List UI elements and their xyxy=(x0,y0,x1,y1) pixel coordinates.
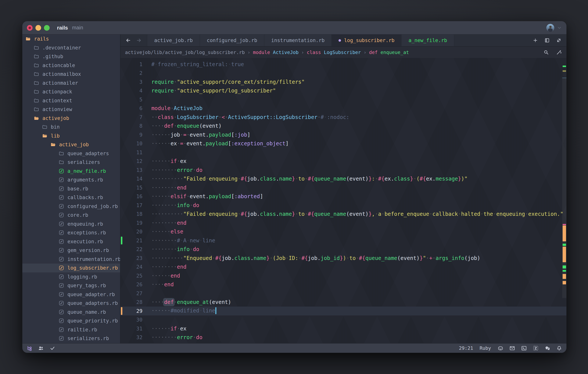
code-line-12[interactable]: 12······if·ex xyxy=(120,157,567,166)
line-number[interactable]: 30 xyxy=(120,317,142,323)
line-number[interactable]: 32 xyxy=(120,334,142,340)
code-line-15[interactable]: 15········end xyxy=(120,183,567,192)
file-tree-item-actionview[interactable]: actionview xyxy=(22,105,120,114)
breadcrumb-symbol[interactable]: def enqueue_at xyxy=(369,50,409,55)
line-number[interactable]: 21 xyxy=(120,238,142,244)
copilot-icon[interactable] xyxy=(497,345,504,351)
collaboration-icon[interactable] xyxy=(38,345,44,351)
line-number[interactable]: 19 xyxy=(120,220,142,226)
code-line-25[interactable]: 25······end xyxy=(120,271,567,280)
line-number[interactable]: 8 xyxy=(120,123,142,129)
file-tree-item-actiontext[interactable]: actiontext xyxy=(22,96,120,105)
window-close-button[interactable] xyxy=(27,25,32,31)
code-line-28[interactable]: 28····def·enqueue_at(event) xyxy=(120,298,567,307)
code-line-18[interactable]: 18··········"Failed·enqueuing·#{job.clas… xyxy=(120,210,567,219)
code-line-22[interactable]: 22········info·do xyxy=(120,245,567,254)
line-number[interactable]: 12 xyxy=(120,158,142,164)
file-tree-item-queue-priority-rb[interactable]: queue_priority.rb xyxy=(22,316,120,325)
file-tree-item-core-rb[interactable]: core.rb xyxy=(22,211,120,220)
code-line-2[interactable]: 2 xyxy=(120,69,567,78)
line-number[interactable]: 26 xyxy=(120,282,142,288)
scrollbar-thumb[interactable] xyxy=(562,78,567,298)
split-pane-icon[interactable] xyxy=(545,38,550,43)
nav-back-icon[interactable] xyxy=(126,38,131,43)
line-number[interactable]: 25 xyxy=(120,273,142,279)
file-tree-item-queue-adapters[interactable]: queue_adapters xyxy=(22,149,120,158)
line-number[interactable]: 2 xyxy=(120,70,142,76)
terminal-icon[interactable] xyxy=(521,345,527,351)
file-tree-item-queue-adapters-rb[interactable]: queue_adapters.rb xyxy=(22,299,120,308)
file-tree-item-actionmailbox[interactable]: actionmailbox xyxy=(22,70,120,79)
magic-wand-icon[interactable] xyxy=(556,49,562,55)
code-line-21[interactable]: 21········#·A·new·line xyxy=(120,236,567,245)
file-tree-item-configured-job-rb[interactable]: configured_job.rb xyxy=(22,202,120,211)
code-line-27[interactable]: 27 xyxy=(120,289,567,298)
diagnostics-check-icon[interactable] xyxy=(50,345,55,351)
file-tree-item-exceptions-rb[interactable]: exceptions.rb xyxy=(22,228,120,237)
file-tree-item-base-rb[interactable]: base.rb xyxy=(22,184,120,193)
code-line-30[interactable]: 30 xyxy=(120,315,567,324)
search-icon[interactable] xyxy=(543,49,549,55)
code-line-29[interactable]: 29······#modified·line xyxy=(120,307,567,315)
breadcrumb-file-path[interactable]: activejob/lib/active_job/log_subscriber.… xyxy=(125,50,245,55)
file-tree-item-serializers-rb[interactable]: serializers.rb xyxy=(22,334,120,343)
code-line-8[interactable]: 8····def·enqueue(event) xyxy=(120,122,567,130)
line-number[interactable]: 20 xyxy=(120,229,142,235)
language-selector[interactable]: Ruby xyxy=(480,345,491,351)
code-line-11[interactable]: 11 xyxy=(120,148,567,157)
line-number[interactable]: 27 xyxy=(120,290,142,296)
tab-log-subscriber-rb[interactable]: log_subscriber.rb xyxy=(332,34,402,46)
line-number[interactable]: 10 xyxy=(120,140,142,147)
expand-diagonal-icon[interactable] xyxy=(556,38,561,43)
file-tree-item--github[interactable]: .github xyxy=(22,52,120,61)
file-tree-item-a-new-file-rb[interactable]: a_new_file.rb xyxy=(22,167,120,176)
line-number[interactable]: 5 xyxy=(120,97,142,103)
feedback-mail-icon[interactable] xyxy=(509,345,515,351)
file-tree-item-log-subscriber-rb[interactable]: log_subscriber.rb xyxy=(22,264,120,272)
line-number[interactable]: 1 xyxy=(120,61,142,67)
code-line-13[interactable]: 13········error·do xyxy=(120,166,567,174)
code-line-1[interactable]: 1#·frozen_string_literal:·true xyxy=(120,60,567,69)
line-number[interactable]: 31 xyxy=(120,326,142,331)
code-line-5[interactable]: 5 xyxy=(120,95,567,104)
code-line-4[interactable]: 4require·"active_support/log_subscriber" xyxy=(120,86,567,95)
line-number[interactable]: 9 xyxy=(120,132,142,138)
file-tree-item-enqueuing-rb[interactable]: enqueuing.rb xyxy=(22,220,120,228)
tab-active-job-rb[interactable]: active_job.rb xyxy=(147,34,200,46)
tab-configured-job-rb[interactable]: configured_job.rb xyxy=(200,34,264,46)
chevron-down-icon[interactable] xyxy=(557,25,562,30)
breadcrumb[interactable]: activejob/lib/active_job/log_subscriber.… xyxy=(120,47,567,58)
line-number[interactable]: 22 xyxy=(120,246,142,252)
code-line-31[interactable]: 31······if·ex xyxy=(120,324,567,333)
new-tab-plus-icon[interactable] xyxy=(533,38,538,43)
nav-forward-icon[interactable] xyxy=(136,38,142,43)
breadcrumb-symbol[interactable]: module ActiveJob xyxy=(253,50,299,55)
tab-a-new-file-rb[interactable]: a_new_file.rb xyxy=(402,34,454,46)
zed-assistant-icon[interactable] xyxy=(533,345,539,351)
git-branch-label[interactable]: main xyxy=(72,25,83,31)
code-line-10[interactable]: 10······ex·=·event.payload[:exception_ob… xyxy=(120,139,567,148)
line-number[interactable]: 6 xyxy=(120,105,142,111)
file-tree-item-execution-rb[interactable]: execution.rb xyxy=(22,237,120,246)
cursor-position[interactable]: 29:21 xyxy=(459,345,473,351)
file-tree-item-serializers[interactable]: serializers xyxy=(22,158,120,167)
file-tree-item-lib[interactable]: lib xyxy=(22,131,120,140)
window-zoom-button[interactable] xyxy=(44,25,50,31)
line-number[interactable]: 24 xyxy=(120,264,142,270)
file-tree-item-rails[interactable]: rails xyxy=(22,34,120,43)
file-tree-item-actionmailer[interactable]: actionmailer xyxy=(22,79,120,87)
file-tree-item-queue-adapter-rb[interactable]: queue_adapter.rb xyxy=(22,290,120,299)
line-number[interactable]: 23 xyxy=(120,255,142,261)
notifications-bell-icon[interactable] xyxy=(556,345,562,351)
breadcrumb-symbol[interactable]: class LogSubscriber xyxy=(307,50,361,55)
code-line-6[interactable]: 6module·ActiveJob xyxy=(120,104,567,113)
line-number[interactable]: 18 xyxy=(120,211,142,217)
file-tree-item--devcontainer[interactable]: .devcontainer xyxy=(22,43,120,52)
file-tree-item-query-tags-rb[interactable]: query_tags.rb xyxy=(22,281,120,290)
file-tree-item-activejob[interactable]: activejob xyxy=(22,114,120,123)
file-tree-item-queue-name-rb[interactable]: queue_name.rb xyxy=(22,308,120,317)
file-tree-item-actionpack[interactable]: actionpack xyxy=(22,87,120,96)
line-number[interactable]: 4 xyxy=(120,88,142,94)
code-line-26[interactable]: 26····end xyxy=(120,280,567,289)
file-tree-item-logging-rb[interactable]: logging.rb xyxy=(22,272,120,281)
